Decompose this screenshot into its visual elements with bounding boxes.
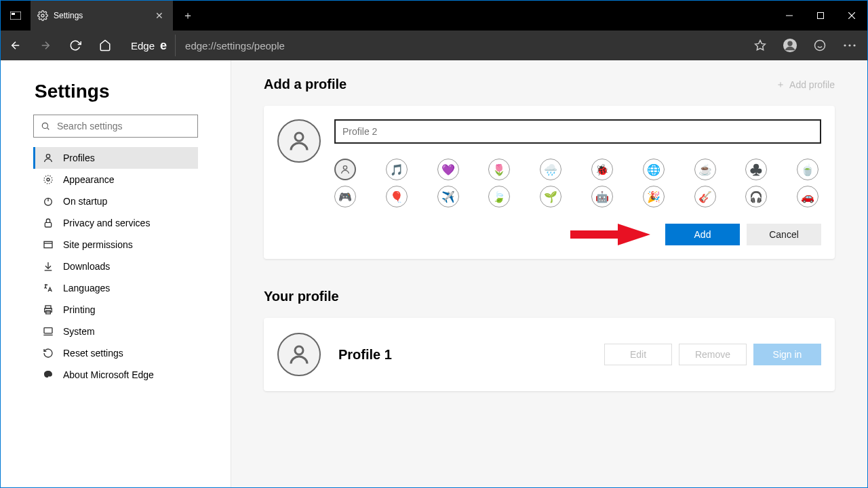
avatar-option-gamepad[interactable]: 🎮 xyxy=(334,186,356,207)
sidebar-item-about[interactable]: About Microsoft Edge xyxy=(33,364,198,386)
profile-button[interactable] xyxy=(775,30,805,60)
settings-heading: Settings xyxy=(35,81,198,102)
svg-point-2 xyxy=(41,14,44,17)
minimize-button[interactable] xyxy=(774,1,805,30)
settings-nav: ProfilesAppearanceOn startupPrivacy and … xyxy=(33,147,198,386)
sidebar-item-site-permissions[interactable]: Site permissions xyxy=(33,234,198,256)
sidebar-item-label: On startup xyxy=(63,196,107,207)
avatar-option-tea[interactable]: 🍵 xyxy=(797,159,818,180)
refresh-button[interactable] xyxy=(60,30,90,60)
avatar-option-ladybug[interactable]: 🐞 xyxy=(591,159,613,180)
sidebar-item-label: Profiles xyxy=(63,152,95,163)
favorite-button[interactable] xyxy=(745,30,775,60)
sidebar-item-label: Reset settings xyxy=(63,348,123,359)
sidebar-item-label: Languages xyxy=(63,283,110,293)
sidebar-item-label: About Microsoft Edge xyxy=(63,369,154,380)
titlebar: Settings ✕ ＋ xyxy=(1,1,867,30)
sidebar-item-label: Downloads xyxy=(63,261,110,272)
forward-button[interactable] xyxy=(31,30,60,60)
svg-marker-35 xyxy=(618,224,650,245)
home-button[interactable] xyxy=(90,30,120,60)
back-button[interactable] xyxy=(1,30,31,60)
tab-close-icon[interactable]: ✕ xyxy=(153,10,166,21)
avatar-option-person[interactable] xyxy=(334,159,356,180)
sign-in-button[interactable]: Sign in xyxy=(753,344,821,365)
menu-button[interactable] xyxy=(835,30,865,60)
site-permissions-icon xyxy=(41,239,55,250)
avatar-option-cup[interactable]: ☕ xyxy=(694,159,716,180)
address-bar[interactable]: edge://settings/people xyxy=(175,35,745,56)
sidebar-item-privacy[interactable]: Privacy and services xyxy=(33,212,198,234)
toolbar: Edge e edge://settings/people xyxy=(1,30,867,60)
avatar-option-robot[interactable]: 🤖 xyxy=(591,186,613,207)
svg-point-16 xyxy=(42,123,47,128)
avatar-option-leaf[interactable]: 🍃 xyxy=(488,186,510,207)
avatar-preview xyxy=(277,119,321,163)
avatar-option-headphones[interactable]: 🎧 xyxy=(745,186,767,207)
avatar-option-guitar[interactable]: 🎸 xyxy=(694,186,716,207)
about-icon xyxy=(41,369,55,380)
system-icon xyxy=(41,326,55,337)
avatar-option-car[interactable]: 🚗 xyxy=(797,186,818,207)
svg-rect-30 xyxy=(44,328,52,333)
app-icon xyxy=(1,1,31,30)
svg-rect-4 xyxy=(818,13,824,19)
add-profile-link-label: Add profile xyxy=(789,79,835,90)
add-profile-link[interactable]: ＋ Add profile xyxy=(776,79,835,91)
sidebar-item-label: Printing xyxy=(63,304,95,315)
avatar-option-globe[interactable]: 🌐 xyxy=(643,159,665,180)
svg-point-36 xyxy=(295,346,303,354)
svg-marker-7 xyxy=(755,41,766,50)
remove-button[interactable]: Remove xyxy=(679,344,747,365)
feedback-button[interactable] xyxy=(805,30,835,60)
avatar-option-cloud[interactable]: 🌧️ xyxy=(540,159,561,180)
plus-icon: ＋ xyxy=(776,79,785,91)
cancel-button[interactable]: Cancel xyxy=(747,224,821,245)
your-profile-card: Profile 1 Edit Remove Sign in xyxy=(264,318,835,391)
maximize-button[interactable] xyxy=(805,1,836,30)
avatar-option-cards[interactable]: ♣️ xyxy=(745,159,767,180)
add-profile-card: 🎵💜🌷🌧️🐞🌐☕♣️🍵🎮🎈✈️🍃🌱🤖🎉🎸🎧🚗 Add Cancel xyxy=(264,106,835,259)
sidebar-item-downloads[interactable]: Downloads xyxy=(33,256,198,277)
avatar-option-heart[interactable]: 💜 xyxy=(437,159,459,180)
avatar-option-balloons[interactable]: 🎈 xyxy=(386,186,408,207)
address-text: edge://settings/people xyxy=(185,40,285,52)
sidebar-item-label: Privacy and services xyxy=(63,218,150,228)
languages-icon xyxy=(41,283,55,293)
avatar-option-flower[interactable]: 🌷 xyxy=(488,159,510,180)
sidebar-item-profiles[interactable]: Profiles xyxy=(33,147,198,169)
profile-name-input[interactable] xyxy=(334,119,821,144)
close-window-button[interactable] xyxy=(836,1,867,30)
avatar-option-confetti[interactable]: 🎉 xyxy=(643,186,665,207)
browser-tab[interactable]: Settings ✕ xyxy=(31,1,173,30)
svg-point-19 xyxy=(44,176,52,184)
add-profile-heading: Add a profile xyxy=(264,77,347,92)
sidebar-item-reset[interactable]: Reset settings xyxy=(33,342,198,364)
svg-point-33 xyxy=(343,166,347,169)
svg-rect-0 xyxy=(10,12,21,20)
avatar-option-plant[interactable]: 🌱 xyxy=(540,186,561,207)
add-button[interactable]: Add xyxy=(665,224,740,245)
avatar-option-plane[interactable]: ✈️ xyxy=(437,186,459,207)
avatar-option-music[interactable]: 🎵 xyxy=(386,159,408,180)
avatar xyxy=(277,333,321,376)
sidebar-item-on-startup[interactable]: On startup xyxy=(33,190,198,212)
sidebar-item-appearance[interactable]: Appearance xyxy=(33,169,198,190)
sidebar-item-languages[interactable]: Languages xyxy=(33,277,198,299)
search-settings[interactable] xyxy=(33,115,198,138)
svg-rect-34 xyxy=(570,230,618,239)
tab-title: Settings xyxy=(54,11,83,20)
svg-point-13 xyxy=(844,44,846,46)
settings-sidebar: Settings ProfilesAppearanceOn startupPri… xyxy=(1,60,231,487)
sidebar-item-label: Site permissions xyxy=(63,239,133,250)
svg-rect-1 xyxy=(12,13,15,15)
new-tab-button[interactable]: ＋ xyxy=(173,1,203,30)
search-input[interactable] xyxy=(56,120,191,132)
edit-button[interactable]: Edit xyxy=(604,344,672,365)
edge-label: Edge e xyxy=(120,39,175,53)
sidebar-item-printing[interactable]: Printing xyxy=(33,299,198,321)
your-profile-heading: Your profile xyxy=(264,289,835,304)
sidebar-item-system[interactable]: System xyxy=(33,321,198,342)
privacy-icon xyxy=(41,218,55,228)
profiles-icon xyxy=(41,152,55,163)
